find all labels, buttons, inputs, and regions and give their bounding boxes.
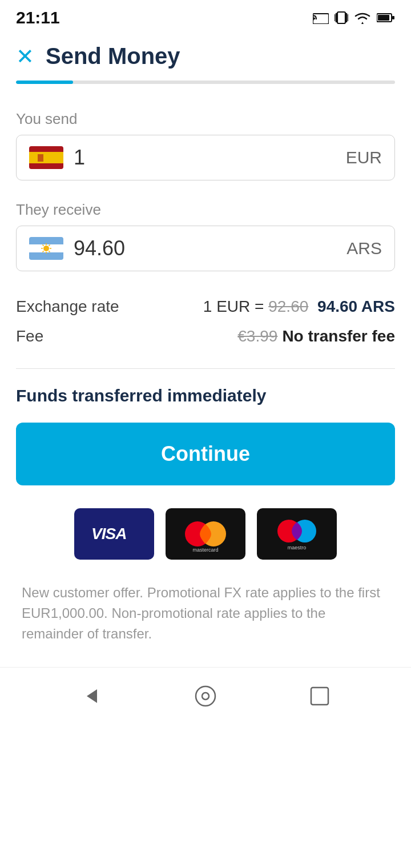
exchange-rate-value: 1 EUR = 92.60 94.60 ARS	[203, 298, 395, 316]
bottom-nav	[0, 667, 411, 730]
you-send-label: You send	[16, 110, 395, 128]
you-send-currency: EUR	[346, 148, 382, 167]
progress-track	[16, 81, 395, 84]
continue-button[interactable]: Continue	[16, 423, 395, 485]
they-receive-amount[interactable]: 94.60	[74, 236, 346, 260]
fee-value: €3.99No transfer fee	[237, 327, 395, 345]
you-send-box[interactable]: 1 EUR	[16, 135, 395, 180]
they-receive-box[interactable]: 94.60 ARS	[16, 226, 395, 271]
maestro-logo: maestro	[257, 508, 337, 560]
status-time: 21:11	[16, 8, 60, 27]
battery-icon	[377, 13, 395, 23]
svg-point-32	[196, 686, 215, 706]
you-send-amount[interactable]: 1	[74, 146, 346, 170]
fee-old: €3.99	[237, 327, 277, 345]
payment-methods: VISA mastercard maestro	[16, 508, 395, 560]
svg-rect-0	[313, 14, 329, 24]
spain-flag	[29, 146, 63, 169]
status-bar: 21:11	[0, 0, 411, 33]
fee-label: Fee	[16, 327, 43, 345]
progress-fill	[16, 81, 73, 84]
exchange-rate-label: Exchange rate	[16, 298, 119, 316]
svg-rect-8	[378, 15, 389, 21]
progress-bar-container	[0, 75, 411, 95]
svg-point-15	[43, 246, 49, 251]
svg-rect-9	[392, 16, 394, 19]
wifi-icon	[354, 11, 371, 24]
exchange-rate-new: 94.60 ARS	[313, 298, 395, 315]
disclaimer: New customer offer. Promotional FX rate …	[16, 582, 395, 644]
transfer-info: Funds transferred immediately	[16, 386, 395, 405]
they-receive-currency: ARS	[346, 239, 382, 258]
svg-text:mastercard: mastercard	[192, 547, 218, 553]
svg-rect-11	[29, 152, 63, 163]
home-button[interactable]	[188, 679, 223, 713]
exchange-rate-old: 92.60	[268, 298, 308, 315]
exchange-rate-row: Exchange rate 1 EUR = 92.60 94.60 ARS	[16, 292, 395, 322]
they-receive-label: They receive	[16, 201, 395, 219]
fee-row: Fee €3.99No transfer fee	[16, 322, 395, 351]
exchange-rate-prefix: 1 EUR =	[203, 298, 268, 315]
svg-text:VISA: VISA	[91, 525, 126, 542]
main-content: You send 1 EUR They receive	[0, 95, 411, 644]
vibrate-icon	[335, 10, 348, 25]
cast-icon	[313, 11, 329, 24]
divider	[16, 368, 395, 369]
svg-point-33	[202, 693, 209, 700]
visa-logo: VISA	[74, 508, 154, 560]
fee-new: No transfer fee	[282, 327, 395, 345]
svg-rect-12	[38, 154, 43, 162]
mastercard-logo: mastercard	[166, 508, 245, 560]
page-title: Send Money	[46, 43, 180, 69]
svg-text:maestro: maestro	[288, 545, 307, 550]
back-button[interactable]	[74, 679, 108, 713]
argentina-flag	[29, 237, 63, 260]
svg-marker-31	[87, 689, 97, 703]
svg-point-1	[313, 18, 314, 21]
recent-apps-button[interactable]	[303, 679, 337, 713]
info-section: Exchange rate 1 EUR = 92.60 94.60 ARS Fe…	[16, 292, 395, 351]
header: ✕ Send Money	[0, 33, 411, 75]
svg-rect-34	[311, 688, 328, 705]
close-button[interactable]: ✕	[16, 46, 34, 67]
status-icons	[313, 10, 395, 25]
svg-rect-2	[337, 12, 345, 23]
